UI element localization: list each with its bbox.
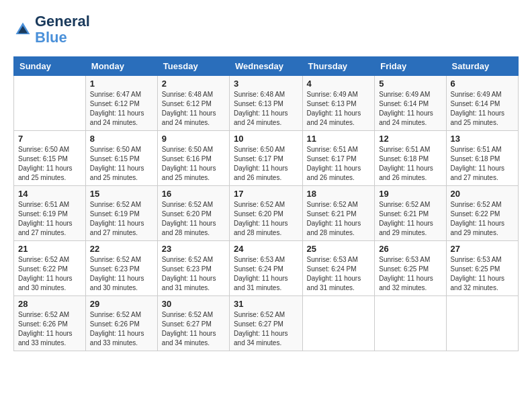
day-info: Sunrise: 6:49 AM Sunset: 6:14 PM Dayligh…: [451, 90, 514, 128]
day-info: Sunrise: 6:53 AM Sunset: 6:24 PM Dayligh…: [234, 255, 298, 293]
weekday-header-monday: Monday: [85, 57, 157, 76]
calendar-cell: 27Sunrise: 6:53 AM Sunset: 6:25 PM Dayli…: [446, 241, 518, 296]
calendar-cell: 2Sunrise: 6:48 AM Sunset: 6:12 PM Daylig…: [157, 76, 229, 131]
day-info: Sunrise: 6:52 AM Sunset: 6:26 PM Dayligh…: [90, 310, 153, 348]
calendar-cell: 26Sunrise: 6:53 AM Sunset: 6:25 PM Dayli…: [375, 241, 446, 296]
day-info: Sunrise: 6:51 AM Sunset: 6:18 PM Dayligh…: [451, 145, 514, 183]
day-info: Sunrise: 6:52 AM Sunset: 6:23 PM Dayligh…: [162, 255, 225, 293]
day-info: Sunrise: 6:50 AM Sunset: 6:15 PM Dayligh…: [18, 145, 81, 183]
day-number: 19: [379, 189, 441, 199]
calendar-week-4: 28Sunrise: 6:52 AM Sunset: 6:26 PM Dayli…: [14, 296, 519, 351]
calendar-cell: 13Sunrise: 6:51 AM Sunset: 6:18 PM Dayli…: [446, 131, 518, 186]
day-number: 24: [234, 244, 298, 254]
calendar-cell: 10Sunrise: 6:50 AM Sunset: 6:17 PM Dayli…: [230, 131, 303, 186]
calendar-cell: 25Sunrise: 6:53 AM Sunset: 6:24 PM Dayli…: [302, 241, 375, 296]
calendar-cell: 3Sunrise: 6:48 AM Sunset: 6:13 PM Daylig…: [230, 76, 303, 131]
calendar-cell: 23Sunrise: 6:52 AM Sunset: 6:23 PM Dayli…: [157, 241, 229, 296]
calendar-cell: 19Sunrise: 6:52 AM Sunset: 6:21 PM Dayli…: [375, 186, 446, 241]
day-number: 18: [307, 189, 371, 199]
calendar-cell: [302, 296, 375, 351]
calendar-cell: 29Sunrise: 6:52 AM Sunset: 6:26 PM Dayli…: [85, 296, 157, 351]
logo: General Blue: [13, 13, 90, 46]
weekday-header-tuesday: Tuesday: [157, 57, 229, 76]
day-number: 1: [90, 79, 153, 89]
day-info: Sunrise: 6:48 AM Sunset: 6:12 PM Dayligh…: [162, 90, 225, 128]
day-info: Sunrise: 6:52 AM Sunset: 6:26 PM Dayligh…: [18, 310, 81, 348]
weekday-header-sunday: Sunday: [14, 57, 86, 76]
calendar-cell: 12Sunrise: 6:51 AM Sunset: 6:18 PM Dayli…: [375, 131, 446, 186]
logo-icon: [13, 20, 32, 39]
day-info: Sunrise: 6:52 AM Sunset: 6:27 PM Dayligh…: [162, 310, 225, 348]
calendar-cell: [375, 296, 446, 351]
day-number: 16: [162, 189, 225, 199]
calendar-table: SundayMondayTuesdayWednesdayThursdayFrid…: [13, 56, 519, 351]
calendar-cell: 21Sunrise: 6:52 AM Sunset: 6:22 PM Dayli…: [14, 241, 86, 296]
day-info: Sunrise: 6:52 AM Sunset: 6:21 PM Dayligh…: [379, 200, 441, 238]
day-number: 17: [234, 189, 298, 199]
day-info: Sunrise: 6:53 AM Sunset: 6:25 PM Dayligh…: [379, 255, 441, 293]
day-number: 29: [90, 299, 153, 309]
calendar-week-2: 14Sunrise: 6:51 AM Sunset: 6:19 PM Dayli…: [14, 186, 519, 241]
calendar-cell: 7Sunrise: 6:50 AM Sunset: 6:15 PM Daylig…: [14, 131, 86, 186]
day-number: 30: [162, 299, 225, 309]
calendar-cell: 28Sunrise: 6:52 AM Sunset: 6:26 PM Dayli…: [14, 296, 86, 351]
day-number: 3: [234, 79, 298, 89]
calendar-cell: 4Sunrise: 6:49 AM Sunset: 6:13 PM Daylig…: [302, 76, 375, 131]
day-info: Sunrise: 6:52 AM Sunset: 6:20 PM Dayligh…: [162, 200, 225, 238]
day-info: Sunrise: 6:52 AM Sunset: 6:19 PM Dayligh…: [90, 200, 153, 238]
day-number: 11: [307, 134, 371, 144]
day-info: Sunrise: 6:52 AM Sunset: 6:21 PM Dayligh…: [307, 200, 371, 238]
calendar-cell: 1Sunrise: 6:47 AM Sunset: 6:12 PM Daylig…: [85, 76, 157, 131]
day-number: 10: [234, 134, 298, 144]
day-number: 13: [451, 134, 514, 144]
weekday-header-wednesday: Wednesday: [230, 57, 303, 76]
calendar-week-3: 21Sunrise: 6:52 AM Sunset: 6:22 PM Dayli…: [14, 241, 519, 296]
day-info: Sunrise: 6:50 AM Sunset: 6:16 PM Dayligh…: [162, 145, 225, 183]
calendar-cell: 17Sunrise: 6:52 AM Sunset: 6:20 PM Dayli…: [230, 186, 303, 241]
day-info: Sunrise: 6:52 AM Sunset: 6:27 PM Dayligh…: [234, 310, 298, 348]
day-info: Sunrise: 6:52 AM Sunset: 6:20 PM Dayligh…: [234, 200, 298, 238]
day-number: 9: [162, 134, 225, 144]
day-number: 25: [307, 244, 371, 254]
calendar-cell: [446, 296, 518, 351]
calendar-cell: 5Sunrise: 6:49 AM Sunset: 6:14 PM Daylig…: [375, 76, 446, 131]
day-info: Sunrise: 6:49 AM Sunset: 6:13 PM Dayligh…: [307, 90, 371, 128]
day-number: 7: [18, 134, 81, 144]
weekday-header-friday: Friday: [375, 57, 446, 76]
day-number: 5: [379, 79, 441, 89]
calendar-week-1: 7Sunrise: 6:50 AM Sunset: 6:15 PM Daylig…: [14, 131, 519, 186]
day-number: 27: [451, 244, 514, 254]
day-number: 21: [18, 244, 81, 254]
day-number: 26: [379, 244, 441, 254]
calendar-cell: 11Sunrise: 6:51 AM Sunset: 6:17 PM Dayli…: [302, 131, 375, 186]
day-info: Sunrise: 6:49 AM Sunset: 6:14 PM Dayligh…: [379, 90, 441, 128]
day-info: Sunrise: 6:48 AM Sunset: 6:13 PM Dayligh…: [234, 90, 298, 128]
day-info: Sunrise: 6:47 AM Sunset: 6:12 PM Dayligh…: [90, 90, 153, 128]
day-info: Sunrise: 6:53 AM Sunset: 6:24 PM Dayligh…: [307, 255, 371, 293]
calendar-cell: 14Sunrise: 6:51 AM Sunset: 6:19 PM Dayli…: [14, 186, 86, 241]
day-number: 4: [307, 79, 371, 89]
calendar-cell: 16Sunrise: 6:52 AM Sunset: 6:20 PM Dayli…: [157, 186, 229, 241]
calendar-cell: 20Sunrise: 6:52 AM Sunset: 6:22 PM Dayli…: [446, 186, 518, 241]
day-info: Sunrise: 6:50 AM Sunset: 6:15 PM Dayligh…: [90, 145, 153, 183]
day-info: Sunrise: 6:51 AM Sunset: 6:19 PM Dayligh…: [18, 200, 81, 238]
calendar-cell: [14, 76, 86, 131]
day-info: Sunrise: 6:52 AM Sunset: 6:23 PM Dayligh…: [90, 255, 153, 293]
day-number: 20: [451, 189, 514, 199]
weekday-header-saturday: Saturday: [446, 57, 518, 76]
calendar-week-0: 1Sunrise: 6:47 AM Sunset: 6:12 PM Daylig…: [14, 76, 519, 131]
day-info: Sunrise: 6:50 AM Sunset: 6:17 PM Dayligh…: [234, 145, 298, 183]
calendar-cell: 8Sunrise: 6:50 AM Sunset: 6:15 PM Daylig…: [85, 131, 157, 186]
weekday-header-thursday: Thursday: [302, 57, 375, 76]
day-number: 15: [90, 189, 153, 199]
page-header: General Blue: [13, 13, 519, 46]
day-info: Sunrise: 6:52 AM Sunset: 6:22 PM Dayligh…: [451, 200, 514, 238]
day-number: 28: [18, 299, 81, 309]
day-number: 2: [162, 79, 225, 89]
day-info: Sunrise: 6:51 AM Sunset: 6:17 PM Dayligh…: [307, 145, 371, 183]
day-number: 23: [162, 244, 225, 254]
logo-text: General Blue: [35, 13, 90, 46]
day-info: Sunrise: 6:53 AM Sunset: 6:25 PM Dayligh…: [451, 255, 514, 293]
day-number: 14: [18, 189, 81, 199]
calendar-cell: 31Sunrise: 6:52 AM Sunset: 6:27 PM Dayli…: [230, 296, 303, 351]
